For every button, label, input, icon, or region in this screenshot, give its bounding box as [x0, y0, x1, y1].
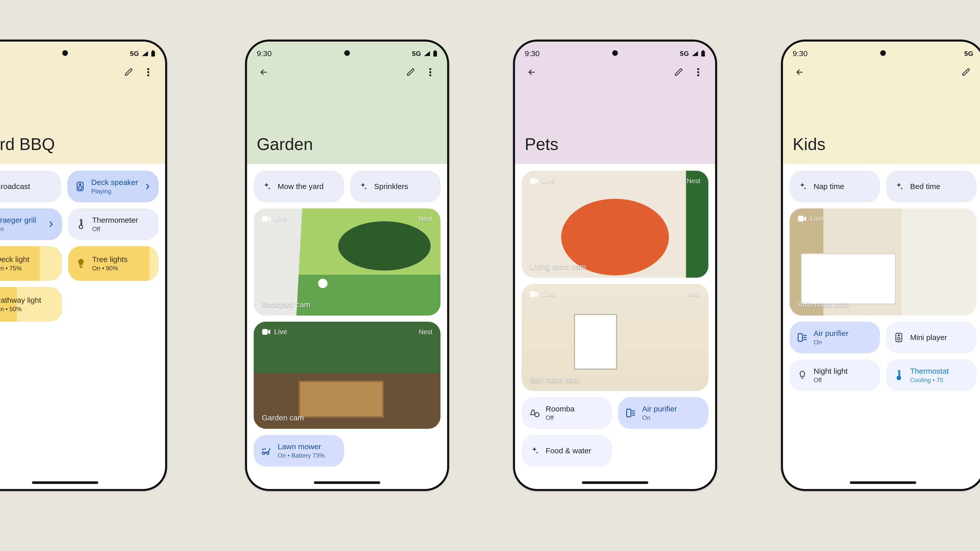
- air-purifier-icon: [797, 332, 808, 343]
- edit-button[interactable]: [404, 65, 418, 79]
- more-vert-icon: [429, 68, 431, 76]
- camera-kids-room[interactable]: Live Kids room cam: [790, 208, 977, 316]
- tile-mini-player[interactable]: Mini player: [886, 322, 977, 353]
- status-time: 9:30: [257, 49, 272, 58]
- home-indicator[interactable]: [32, 481, 98, 484]
- camera-living-room[interactable]: Live Nest Living room cam: [522, 171, 708, 278]
- svg-point-7: [78, 186, 82, 189]
- tile-roomba[interactable]: Roomba Off: [522, 397, 612, 429]
- camera-brand: Nest: [419, 215, 432, 223]
- pencil-icon: [124, 68, 133, 76]
- camera-brand: Nest: [687, 177, 700, 185]
- svg-point-35: [898, 335, 900, 336]
- live-label: Live: [274, 214, 287, 223]
- svg-rect-32: [798, 333, 802, 341]
- video-icon: [798, 215, 807, 222]
- edit-button[interactable]: [959, 65, 974, 79]
- svg-point-21: [266, 452, 269, 454]
- svg-point-29: [535, 413, 539, 417]
- status-bar: 5G: [0, 47, 156, 60]
- svg-point-16: [429, 71, 431, 73]
- tile-broadcast[interactable]: Broadcast: [0, 171, 61, 202]
- camera-sun-room[interactable]: Live Nest Sun room cam: [522, 284, 708, 391]
- camera-backyard[interactable]: Live Nest Backyard cam: [254, 208, 441, 316]
- svg-point-36: [897, 376, 900, 380]
- camera-name: Sun room cam: [530, 376, 579, 384]
- svg-point-2: [147, 68, 149, 70]
- page-title: Pets: [525, 135, 558, 154]
- tile-label: Mini player: [910, 333, 969, 342]
- page-title: Kids: [793, 135, 825, 154]
- tile-nap-time[interactable]: Nap time: [790, 171, 880, 202]
- svg-point-25: [697, 71, 699, 73]
- svg-point-24: [697, 68, 699, 70]
- svg-point-20: [262, 452, 265, 454]
- tile-sub: Cooling • 70: [910, 376, 969, 384]
- home-indicator[interactable]: [850, 481, 916, 484]
- back-button[interactable]: [793, 65, 807, 79]
- tile-label: Nap time: [814, 182, 873, 191]
- signal-icon: [142, 51, 148, 56]
- svg-rect-0: [151, 51, 155, 57]
- air-purifier-icon: [625, 407, 636, 419]
- tile-label: Deck speaker: [91, 178, 138, 187]
- header-garden: 9:30 5G: [247, 41, 447, 164]
- camera-cutout: [880, 50, 886, 56]
- battery-icon: [701, 50, 705, 57]
- back-button[interactable]: [525, 65, 539, 79]
- page-title: ckyard BBQ: [0, 135, 55, 154]
- back-button[interactable]: [257, 65, 271, 79]
- lightbulb-icon: [75, 258, 86, 269]
- tile-air-purifier[interactable]: Air purifier On: [618, 397, 708, 429]
- tile-label: Roomba: [546, 405, 605, 413]
- tile-deck-speaker[interactable]: Deck speaker Playing: [67, 171, 159, 202]
- tile-lawn-mower[interactable]: Lawn mower On • Battery 73%: [254, 435, 344, 467]
- tile-thermometer[interactable]: Thermometer Off: [68, 208, 159, 240]
- svg-point-9: [79, 225, 83, 229]
- tile-sub: On • 75%: [0, 265, 29, 272]
- battery-icon: [433, 50, 438, 57]
- camera-name: Backyard cam: [262, 300, 310, 309]
- tile-mow-yard[interactable]: Mow the yard: [254, 171, 344, 202]
- tile-sub: On: [0, 225, 41, 233]
- pencil-icon: [675, 68, 683, 76]
- tile-night-light[interactable]: Night light Off: [790, 359, 880, 391]
- tile-thermostat[interactable]: Thermostat Cooling • 70: [886, 359, 977, 391]
- tile-bed-time[interactable]: Bed time: [886, 171, 977, 202]
- network-label: 5G: [412, 50, 421, 58]
- home-indicator[interactable]: [582, 481, 648, 484]
- svg-rect-14: [434, 50, 436, 51]
- tile-deck-light[interactable]: Deck light On • 75%: [0, 246, 62, 281]
- tile-label: Sprinklers: [374, 182, 433, 191]
- overflow-button[interactable]: [141, 65, 156, 79]
- network-label: 5G: [964, 50, 974, 58]
- tile-sprinklers[interactable]: Sprinklers: [350, 171, 441, 202]
- svg-rect-1: [152, 50, 154, 51]
- edit-button[interactable]: [122, 65, 136, 79]
- tile-label: Thermometer: [92, 216, 151, 224]
- tile-pathway-light[interactable]: Pathway light On • 50%: [0, 287, 62, 322]
- camera-garden[interactable]: Live Nest Garden cam: [254, 322, 441, 429]
- mower-icon: [261, 445, 272, 456]
- tile-traeger-grill[interactable]: Traeger grill On: [0, 208, 62, 240]
- overflow-button[interactable]: [691, 65, 705, 79]
- sparkle-icon: [261, 181, 272, 192]
- svg-rect-30: [627, 409, 631, 417]
- phone-kids: 9:30 5G Kids: [781, 40, 980, 491]
- arrow-back-icon: [528, 68, 536, 76]
- tile-air-purifier[interactable]: Air purifier On: [790, 322, 880, 353]
- tile-food-water[interactable]: Food & water: [522, 435, 612, 467]
- pencil-icon: [407, 68, 415, 76]
- live-label: Live: [274, 328, 287, 336]
- phone-garden: 9:30 5G: [245, 40, 449, 491]
- video-icon: [530, 178, 538, 184]
- svg-rect-22: [701, 51, 705, 57]
- overflow-button[interactable]: [423, 65, 438, 79]
- edit-button[interactable]: [672, 65, 686, 79]
- chevron-right-icon: [47, 221, 55, 227]
- tile-tree-lights[interactable]: Tree lights On • 90%: [68, 246, 159, 281]
- header-bbq: 5G ckyard BBQ: [0, 41, 165, 164]
- home-indicator[interactable]: [314, 481, 380, 484]
- tile-label: Lawn mower: [278, 442, 337, 451]
- video-icon: [262, 329, 270, 335]
